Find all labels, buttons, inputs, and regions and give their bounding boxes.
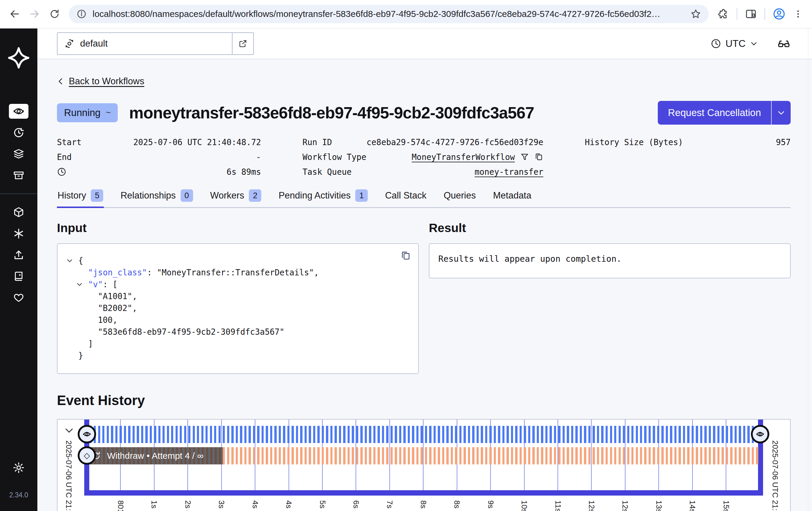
tab-count-badge: 0 — [181, 189, 193, 202]
result-section: Result Results will appear upon completi… — [429, 221, 791, 278]
tab-pending-activities[interactable]: Pending Activities1 — [278, 187, 368, 207]
workflow-end-node[interactable] — [751, 425, 769, 443]
request-cancellation-button[interactable]: Request Cancellation — [658, 101, 791, 125]
topbar-right: UTC — [710, 37, 791, 50]
sidebar-item-nexus[interactable] — [9, 226, 28, 241]
duration-clock-icon — [57, 167, 66, 177]
timeline-tick-label: 11s 218ms — [553, 500, 562, 511]
url-text[interactable]: localhost:8080/namespaces/default/workfl… — [92, 9, 685, 19]
tab-queries[interactable]: Queries — [443, 187, 476, 207]
workflow-details: Start 2025-07-06 UTC 21:40:48.72 End - 6… — [57, 135, 791, 179]
status-pulse-icon: ~ — [106, 108, 111, 117]
activity-label[interactable]: Withdraw • Attempt 4 / ∞ — [86, 447, 223, 464]
detail-task-queue: Task Queue money-transfer — [302, 164, 543, 179]
sidebar-item-deployments[interactable] — [9, 146, 28, 161]
browser-menu-icon[interactable] — [793, 9, 803, 19]
timezone-select[interactable]: UTC — [710, 38, 758, 49]
workflow-start-node[interactable] — [78, 425, 96, 443]
timeline-tick-label: 1s 602ms — [149, 500, 159, 511]
timezone-label: UTC — [725, 38, 746, 49]
sidebar-item-feedback[interactable] — [9, 290, 28, 305]
timeline-tick-label: 4s 6ms — [251, 500, 260, 511]
timeline-tick-label: 7s 212ms — [385, 500, 394, 511]
bookmark-star-icon[interactable] — [690, 8, 701, 19]
copy-icon[interactable] — [534, 153, 543, 161]
site-info-icon[interactable] — [77, 9, 87, 19]
cancel-dropdown-caret[interactable] — [772, 101, 791, 125]
sidebar-nav — [9, 104, 28, 183]
timeline-start-timestamp: 2025-07-06 UTC 21:40:48.72 — [64, 440, 73, 511]
app-version: 2.34.0 — [9, 491, 28, 499]
workflow-type-link[interactable]: MoneyTransferWorkflow — [412, 152, 515, 162]
tab-history[interactable]: History5 — [57, 187, 104, 207]
namespace-selector[interactable]: default — [57, 32, 254, 55]
labs-glasses-icon[interactable] — [777, 37, 791, 50]
detail-end: End - — [57, 150, 261, 164]
profile-icon[interactable] — [773, 8, 785, 20]
tab-call-stack[interactable]: Call Stack — [384, 187, 427, 207]
sidebar-item-workflows[interactable] — [9, 104, 28, 119]
timeline-tick-label: 12s 20ms — [587, 500, 596, 511]
timeline-tick-label: 2s 404ms — [183, 500, 193, 511]
tab-relationships[interactable]: Relationships0 — [120, 187, 193, 207]
back-to-workflows-link[interactable]: Back to Workflows — [57, 76, 144, 87]
timeline-end-timestamp: 2025-07-06 UTC 21:41:04.75 — [771, 440, 780, 511]
input-json-viewer: {"json_class": "MoneyTransfer::TransferD… — [57, 243, 419, 374]
event-history-timeline: 2025-07-06 UTC 21:40:48.72 2025-07-06 UT… — [57, 419, 791, 511]
timeline-tick-label: 13s 622ms — [654, 500, 663, 511]
timeline-tick-label: 9s 616ms — [486, 500, 495, 511]
toolbar-divider — [764, 8, 765, 20]
sidebar-item-archive[interactable] — [9, 168, 28, 183]
task-queue-link[interactable]: money-transfer — [474, 167, 543, 177]
timeline-tick-label: 6s 410ms — [351, 500, 360, 511]
toolbar-divider — [737, 8, 737, 20]
sidebar-item-namespaces[interactable] — [9, 205, 28, 220]
json-line: } — [78, 350, 409, 361]
timeline-tick-label: 8s 814ms — [452, 500, 461, 511]
json-line: 100, — [78, 314, 409, 326]
clock-icon — [710, 38, 721, 49]
extensions-icon[interactable] — [718, 8, 729, 20]
collapse-toggle-icon[interactable] — [76, 281, 83, 288]
workflow-execution-bar[interactable] — [90, 426, 754, 443]
result-placeholder: Results will appear upon completion. — [429, 243, 791, 278]
sidebar-bottom: 2.34.0 — [9, 461, 28, 499]
browser-back-icon[interactable] — [9, 8, 20, 20]
collapse-toggle-icon[interactable] — [66, 257, 73, 264]
address-bar[interactable]: localhost:8080/namespaces/default/workfl… — [69, 5, 709, 23]
input-heading: Input — [57, 221, 419, 235]
timeline-axis — [84, 490, 763, 495]
sidebar-item-schedules[interactable] — [9, 125, 28, 140]
tab-count-badge: 2 — [249, 189, 261, 202]
namespace-name: default — [80, 38, 108, 49]
detail-history-size: History Size (Bytes) 957 — [585, 135, 791, 150]
theme-toggle-sun-icon[interactable] — [12, 461, 25, 474]
timeline-tick-label: 12s 821ms — [620, 500, 630, 511]
timeline-collapse-icon[interactable] — [64, 426, 74, 436]
browser-actions — [718, 8, 803, 20]
timeline-tick-label: 801ms — [116, 500, 125, 511]
namespace-current[interactable]: default — [58, 33, 232, 54]
tab-workers[interactable]: Workers2 — [210, 187, 262, 207]
workflow-eye-icon — [82, 429, 92, 439]
json-line: ] — [78, 338, 409, 350]
namespace-external-link-icon[interactable] — [232, 33, 253, 54]
temporal-logo-icon[interactable] — [8, 47, 30, 69]
side-panel-search-icon[interactable] — [745, 8, 757, 20]
sidebar: 2.34.0 — [0, 28, 37, 511]
tab-metadata[interactable]: Metadata — [492, 187, 532, 207]
workflow-tabs: History5Relationships0Workers2Pending Ac… — [57, 187, 791, 208]
activity-node[interactable]: ◇ — [78, 446, 96, 465]
json-line: { — [78, 254, 409, 267]
page-title: moneytransfer-583e6fd8-eb97-4f95-9cb2-30… — [129, 103, 646, 122]
sidebar-item-import[interactable] — [9, 247, 28, 262]
sidebar-item-docs[interactable] — [9, 269, 28, 284]
screen: localhost:8080/namespaces/default/workfl… — [0, 0, 812, 511]
browser-reload-icon[interactable] — [49, 8, 60, 19]
workflow-page: Back to Workflows Running ~ moneytransfe… — [37, 59, 812, 511]
chevron-down-icon — [777, 108, 786, 117]
status-badge[interactable]: Running ~ — [57, 103, 118, 122]
timeline-tick-label: 4s 808ms — [284, 500, 293, 511]
browser-forward-icon[interactable] — [29, 8, 40, 20]
filter-icon[interactable] — [520, 153, 529, 161]
